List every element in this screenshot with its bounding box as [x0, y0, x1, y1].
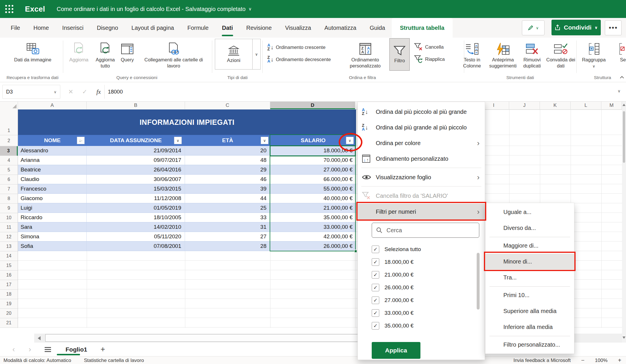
cell-eta[interactable]: 48 — [185, 156, 270, 165]
row-header[interactable]: 18 — [0, 290, 18, 299]
ungroup-button[interactable]: Sep — [611, 39, 626, 63]
app-name[interactable]: Excel — [25, 5, 45, 14]
cell-data-assunzione[interactable]: 21/09/2014 — [87, 146, 185, 155]
cell-eta[interactable]: 27 — [185, 232, 270, 241]
submenu-item[interactable]: Primi 10... — [485, 287, 574, 303]
zoom-in-button[interactable]: + — [618, 357, 621, 364]
cell-eta[interactable]: 20 — [185, 146, 270, 155]
ribbon-tab[interactable]: Revisione — [239, 18, 278, 38]
ribbon-tab[interactable]: Struttura tabella — [392, 18, 452, 38]
cell-data-assunzione[interactable]: 11/12/2008 — [87, 194, 185, 203]
ribbon-tab[interactable]: Automatizza — [318, 18, 363, 38]
all-sheets-menu-button[interactable] — [44, 347, 52, 352]
cell-data-assunzione[interactable]: 30/06/2007 — [87, 175, 185, 184]
horizontal-scroll-thumb[interactable] — [45, 334, 387, 342]
filter-checkbox-item[interactable]: 18.000,00 € — [372, 256, 476, 268]
sort-ascending-button[interactable]: AZ↓ Ordinamento crescente — [267, 43, 326, 51]
cell-salario[interactable]: 35.000,00 € — [270, 213, 356, 222]
checkbox-checked-icon[interactable] — [372, 309, 379, 317]
checkbox-checked-icon[interactable] — [372, 322, 379, 330]
cell-eta[interactable]: 46 — [185, 175, 270, 184]
cell-nome[interactable]: Arianna — [18, 156, 87, 165]
prev-sheet-button[interactable]: ‹ — [10, 345, 17, 354]
checkbox-checked-icon[interactable] — [372, 258, 379, 266]
cell-nome[interactable]: Francesco — [18, 184, 87, 193]
cell-salario[interactable]: 55.000,00 € — [270, 184, 356, 193]
collapse-ribbon-button[interactable] — [620, 76, 624, 79]
vertical-scroll-thumb[interactable] — [623, 111, 625, 163]
filter-button-active[interactable]: Filtro — [389, 38, 410, 71]
submenu-item[interactable]: Maggiore di... — [485, 238, 574, 254]
filter-button-nome-sorted[interactable]: ↓↑ — [77, 137, 85, 144]
row-header[interactable]: 11 — [0, 223, 18, 232]
more-options-button[interactable]: ••• — [605, 20, 622, 35]
expand-formula-bar-button[interactable]: ∨ — [618, 89, 620, 93]
cell-eta[interactable]: 29 — [185, 165, 270, 174]
cell-data-assunzione[interactable]: 14/02/2010 — [87, 222, 185, 232]
cell-nome[interactable]: Giacomo — [18, 194, 87, 203]
row-header[interactable]: 13 — [0, 242, 18, 251]
row-header[interactable]: 19 — [0, 299, 18, 309]
cell-nome[interactable]: Riccardo — [18, 213, 87, 222]
apply-button[interactable]: Applica — [372, 342, 420, 359]
app-launcher-button[interactable] — [0, 0, 19, 18]
cell-eta[interactable]: 39 — [185, 184, 270, 193]
cell-salario[interactable]: 42.000,00 € — [270, 232, 356, 241]
filter-search-input[interactable] — [386, 227, 468, 234]
actions-dropdown[interactable]: ∨ — [252, 39, 260, 69]
ribbon-tab[interactable]: Inserisci — [56, 18, 90, 38]
filter-list-scroll-thumb[interactable] — [477, 253, 480, 310]
menu-item-sort-smallest[interactable]: AZ↓ Ordina dal più piccolo al più grande — [358, 104, 485, 120]
document-title[interactable]: Come ordinare i dati in un foglio di cal… — [57, 6, 245, 12]
filter-button-eta[interactable]: ∨ — [261, 137, 268, 144]
ribbon-tab[interactable]: Disegno — [90, 18, 125, 38]
cell-salario[interactable]: 33.000,00 € — [270, 222, 356, 232]
menu-item-number-filters[interactable]: Filtri per numeri › — [358, 204, 485, 220]
cell-data-assunzione[interactable]: 05/11/2020 — [87, 232, 185, 241]
calc-mode-status[interactable]: Modalità di calcolo: Automatico — [3, 358, 71, 363]
cell-nome[interactable]: Simona — [18, 232, 87, 241]
row-header[interactable]: 12 — [0, 232, 18, 242]
data-types-actions-button[interactable]: Azioni ∨ — [215, 39, 261, 69]
fill-handle[interactable] — [354, 250, 357, 253]
cell-eta[interactable]: 33 — [185, 213, 270, 222]
menu-item-sort-by-color[interactable]: Ordina per colore › — [358, 135, 485, 151]
column-header-b[interactable]: B — [87, 101, 185, 109]
flash-fill-button[interactable]: Anteprima suggerimenti — [488, 39, 518, 69]
name-box[interactable]: D3 ∨ — [2, 85, 60, 99]
column-header-m[interactable]: M — [601, 101, 622, 109]
checkbox-checked-icon[interactable] — [372, 284, 379, 291]
filter-checkbox-item[interactable]: 21.000,00 € — [372, 268, 476, 281]
submenu-item[interactable]: Uguale a... — [485, 204, 574, 220]
select-all-corner[interactable] — [0, 101, 18, 109]
cell-salario[interactable]: 40.000,00 € — [270, 194, 356, 203]
row-header[interactable]: 15 — [0, 261, 18, 270]
row-header[interactable]: 4 — [0, 156, 18, 165]
submenu-item[interactable]: Filtro personalizzato... — [485, 337, 574, 353]
next-sheet-button[interactable]: › — [26, 345, 34, 354]
cell-nome[interactable]: Claudio — [18, 175, 87, 184]
row-header[interactable]: 5 — [0, 165, 18, 175]
cell-eta[interactable]: 25 — [185, 203, 270, 213]
draw-mode-button[interactable]: ∨ — [522, 20, 545, 35]
cell-nome[interactable]: Alessandro — [18, 146, 87, 155]
text-to-columns-button[interactable]: Testo in Colonne — [458, 39, 487, 69]
filter-checkbox-item[interactable]: 33.000,00 € — [372, 307, 476, 319]
cell-nome[interactable]: Sofia — [18, 242, 87, 251]
checkbox-checked-icon[interactable] — [372, 246, 379, 253]
filter-checkbox-item[interactable]: 26.000,00 € — [372, 281, 476, 294]
clear-filter-button[interactable]: Cancella — [414, 43, 444, 51]
filter-button-data-assunzione[interactable]: ∨ — [174, 137, 182, 144]
vertical-scrollbar[interactable] — [622, 101, 626, 343]
cell-eta[interactable]: 31 — [185, 222, 270, 232]
column-header-j[interactable]: J — [509, 101, 540, 109]
cell-salario[interactable]: 21.000,00 € — [270, 203, 356, 213]
ribbon-tab[interactable]: File — [4, 18, 27, 38]
reapply-filter-button[interactable]: Riapplica — [414, 55, 445, 63]
add-sheet-button[interactable]: + — [101, 345, 105, 354]
menu-item-custom-sort[interactable]: ↓↑ Ordinamento personalizzato — [358, 151, 485, 167]
cell-salario[interactable]: 27.000,00 € — [270, 165, 356, 174]
scroll-up-arrow[interactable] — [623, 104, 625, 106]
column-header-d-selected[interactable]: D — [270, 101, 355, 109]
title-chevron-down-icon[interactable]: ∨ — [248, 6, 252, 12]
